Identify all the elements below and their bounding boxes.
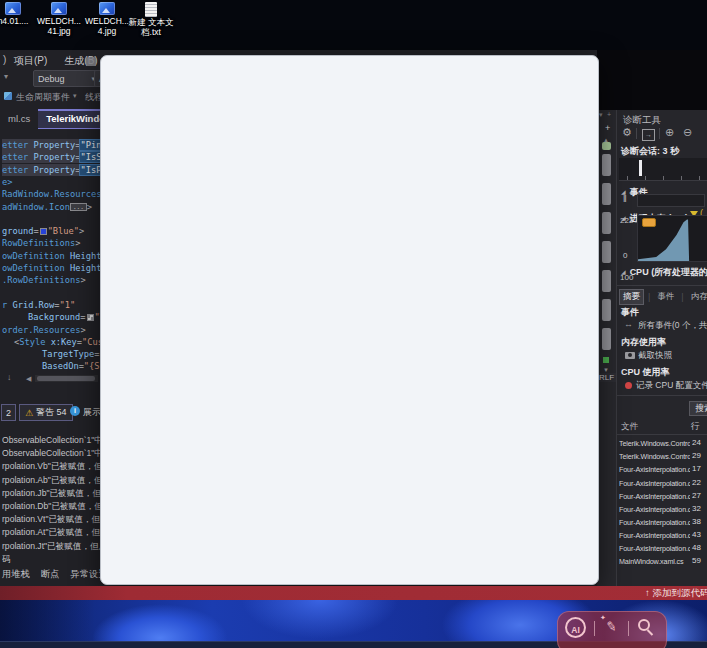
line-number: 17 <box>692 464 701 473</box>
search-button[interactable]: 搜索 <box>689 401 707 416</box>
memory-axis-max: 222 <box>620 216 633 225</box>
file-name: Four-AxisInterpolation.cs <box>619 465 690 474</box>
error-list-item[interactable]: ObservableCollection`1"中 <box>2 435 100 447</box>
file-list-row[interactable]: Four-AxisInterpolation.cs 43 <box>617 529 707 542</box>
bottom-tab[interactable]: 断点 <box>41 568 60 581</box>
desktop-icon-label: 新建 文本文档.txt <box>128 18 174 37</box>
diag-tab[interactable]: 事件 <box>654 290 677 304</box>
messages-filter-label[interactable]: 展示 <box>83 406 101 419</box>
panel-options-icon[interactable]: + <box>607 111 611 118</box>
error-list-item[interactable]: rpolation.Jt"已被赋值，但从 <box>2 541 100 553</box>
desktop-icon[interactable]: WELDCH... 41.jpg <box>36 2 82 36</box>
errors-filter-button[interactable]: 2 <box>1 404 16 421</box>
desktop-icon-label: n4.01.... <box>0 17 36 27</box>
error-list-item[interactable]: rpolation.Jb"已被赋值，但从 <box>2 488 100 500</box>
divider <box>659 128 660 139</box>
divider: | <box>681 292 683 302</box>
record-cpu-profile-link[interactable]: 记录 CPU 配置文件 <box>617 380 707 392</box>
desktop-icon[interactable]: n4.01.... <box>0 2 36 27</box>
code-line: owDefinition Height= <box>2 250 100 262</box>
bottom-tab[interactable]: 用堆栈 <box>2 568 30 581</box>
code-line: .RowDefinitions> <box>2 274 100 286</box>
line-number: 59 <box>692 556 701 565</box>
desktop-icon[interactable]: 新建 文本文档.txt <box>128 2 174 37</box>
take-snapshot-link[interactable]: 截取快照 <box>617 350 707 362</box>
error-list-item[interactable]: rpolation.Db"已被赋值，但从 <box>2 501 100 513</box>
edit-pen-button[interactable]: ✦ ✎ <box>599 616 625 640</box>
code-line: adWindow.Icon...> <box>2 201 100 213</box>
lifecycle-events-button[interactable]: 生命周期事件 <box>16 91 70 104</box>
file-list-row[interactable]: Four-AxisInterpolation.cs 32 <box>617 503 707 516</box>
warnings-filter-button[interactable]: ⚠ 警告 54 <box>19 404 73 421</box>
scrollbar-thumb[interactable] <box>37 376 95 381</box>
sparkle-icon: ✦ <box>600 614 606 622</box>
memory-chart[interactable] <box>637 215 707 262</box>
events-track <box>637 194 705 207</box>
timeline-marker[interactable] <box>639 160 642 176</box>
filter-icon[interactable]: ▾ <box>599 111 603 119</box>
chevron-down-icon[interactable]: ▾ <box>73 92 77 100</box>
toolbar-overflow-icon[interactable]: ▾ <box>4 72 8 81</box>
camera-icon <box>625 352 635 359</box>
error-list-item[interactable]: rpolation.Ab"已被赋值，但从 <box>2 475 100 487</box>
file-list-row[interactable]: Four-AxisInterpolation.cs 17 <box>617 463 707 476</box>
code-line <box>2 287 100 299</box>
editor-tab[interactable]: ml.cs <box>0 109 38 128</box>
collapsed-region-box[interactable]: ... <box>70 203 87 211</box>
code-line: Background="Tran <box>2 311 100 323</box>
file-name: Four-AxisInterpolation.cs <box>619 479 690 488</box>
editor-scrollbar-strip: ▾ + + ▲ ▼ RLF <box>597 110 617 586</box>
code-editor[interactable]: etter Property="PinBetter Property="IsSe… <box>2 139 100 372</box>
search-button[interactable] <box>636 618 658 640</box>
file-list-row[interactable]: Four-AxisInterpolation.cs 38 <box>617 516 707 529</box>
horizontal-scrollbar[interactable] <box>35 375 98 382</box>
file-list-row[interactable]: Telerik.Windows.Contro... 24 <box>617 437 707 450</box>
cpu-section-header[interactable]: ◢CPU (所有处理器的百分 <box>621 261 707 279</box>
lifecycle-events-icon <box>4 92 12 100</box>
add-to-source-control-label: 添加到源代码管 <box>652 587 707 598</box>
snapshot-marker[interactable] <box>642 218 656 227</box>
desktop-icon-label: WELDCH... 4.jpg <box>84 17 130 36</box>
file-list-row[interactable]: MainWindow.xaml.cs 59 <box>617 555 707 568</box>
scroll-left-icon[interactable]: ◀ <box>26 375 31 383</box>
info-icon: i <box>70 406 80 416</box>
error-list-item[interactable]: rpolation.Vb"已被赋值，但从 <box>2 461 100 473</box>
divider <box>617 434 707 435</box>
divider <box>594 621 595 636</box>
scroll-down-icon[interactable]: ↓ <box>7 372 12 382</box>
export-icon[interactable]: → <box>642 129 655 141</box>
column-header-line[interactable]: 行 <box>691 421 700 433</box>
error-list-item[interactable]: rpolation.Vt"已被赋值，但从 <box>2 514 100 526</box>
divider <box>636 128 637 139</box>
diagnostics-tab-bar: 摘要|事件|内存使用率 <box>619 289 707 305</box>
file-list-row[interactable]: Telerik.Windows.Contro... 29 <box>617 450 707 463</box>
column-header-file[interactable]: 文件 <box>621 421 638 433</box>
code-line: etter Property="PinB <box>2 139 100 151</box>
minimap-segment <box>602 270 611 292</box>
diag-tab[interactable]: 摘要 <box>619 289 644 305</box>
timeline-ruler[interactable] <box>619 158 707 181</box>
screen: n4.01.... WELDCH... 41.jpg WELDCH... 4.j… <box>0 0 707 648</box>
pause-marker-icon: ‖ <box>623 194 627 204</box>
menu-item[interactable]: 项目(P) <box>14 54 47 68</box>
desktop-icon-label: WELDCH... 41.jpg <box>36 17 82 36</box>
error-list-item[interactable]: 码 <box>2 554 11 563</box>
error-list-item[interactable]: rpolation.At"已被赋值，但从 <box>2 527 100 539</box>
ai-assistant-button[interactable]: AI <box>565 617 586 638</box>
gear-icon[interactable]: ⚙ <box>622 126 632 139</box>
text-file-icon <box>145 2 157 17</box>
zoom-in-icon[interactable]: ⊕ <box>665 126 674 139</box>
code-line: <Style x:Key="Cust <box>2 336 100 348</box>
add-to-source-control-button[interactable]: ↑ 添加到源代码管 <box>645 587 707 600</box>
file-list-row[interactable]: Four-AxisInterpolation.cs 22 <box>617 477 707 490</box>
add-icon[interactable]: + <box>605 123 610 133</box>
error-list-item[interactable]: ObservableCollection`1"中 <box>2 448 100 460</box>
file-list-row[interactable]: Four-AxisInterpolation.cs 48 <box>617 542 707 555</box>
menu-overflow-text: ) <box>3 54 6 65</box>
file-list-row[interactable]: Four-AxisInterpolation.cs 27 <box>617 490 707 503</box>
all-events-link[interactable]: ↔ 所有事件(0 个，共 <box>617 320 707 332</box>
debug-config-dropdown[interactable]: Debug ▾ <box>33 70 100 87</box>
desktop-icon[interactable]: WELDCH... 4.jpg <box>84 2 130 36</box>
diag-tab[interactable]: 内存使用率 <box>688 290 707 304</box>
zoom-out-icon[interactable]: ⊖ <box>683 126 692 139</box>
